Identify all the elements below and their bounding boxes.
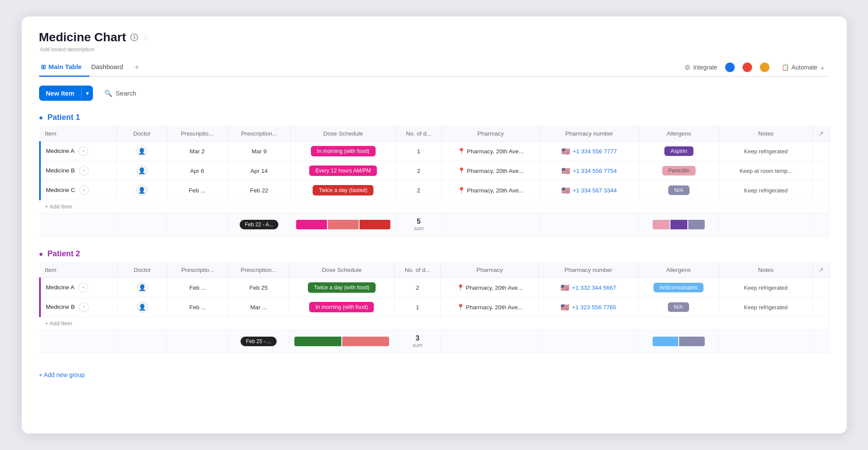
sum-date-cell: Feb 22 - A...	[228, 213, 290, 236]
allergen-badge[interactable]: N/A	[668, 185, 690, 195]
cell-presc1[interactable]: Feb ...	[167, 298, 228, 317]
group1-chevron-icon[interactable]: ●	[39, 114, 43, 122]
phone-number[interactable]: +1 334 556 7777	[573, 148, 617, 155]
location-icon: 📍	[458, 187, 465, 194]
cell-item: Medicine B +	[40, 298, 118, 317]
notes-text[interactable]: Keep refrigerated	[744, 187, 788, 194]
phone-number[interactable]: +1 323 556 7765	[572, 304, 616, 311]
tab-main-table[interactable]: ⊞ Main Table	[39, 59, 89, 77]
add-group-button[interactable]: + Add new group	[39, 366, 829, 378]
person-icon[interactable]: 👤	[136, 146, 148, 157]
cell-nod[interactable]: 1	[394, 298, 441, 317]
add-item-label[interactable]: + Add Item	[40, 317, 829, 330]
integrate-button[interactable]: ⚙ Integrate	[684, 63, 717, 72]
col-dose-1: Dose Schedule	[290, 126, 396, 142]
notes-text[interactable]: Keep refrigerated	[744, 304, 787, 311]
pharmacy-name[interactable]: Pharmacy, 20th Ave...	[467, 187, 524, 194]
cell-dose[interactable]: Twice a day (fasted)	[290, 181, 396, 200]
sum-count-cell: 5 sum	[396, 213, 442, 236]
cell-allergen[interactable]: N/A	[639, 181, 719, 200]
cell-presc2[interactable]: Mar ...	[228, 298, 289, 317]
dose-badge[interactable]: In morning (with food)	[309, 302, 374, 312]
add-item-label[interactable]: + Add Item	[40, 200, 829, 213]
tab-add-button[interactable]: +	[131, 59, 143, 76]
allergen-badge[interactable]: Anticonvulsants	[653, 283, 704, 292]
cell-pharmacy: 📍 Pharmacy, 20th Ave...	[441, 278, 539, 298]
cell-dose[interactable]: In morning (with food)	[289, 298, 394, 317]
expand-icon-1[interactable]: ↗	[818, 130, 824, 137]
sum-cell-empty1	[40, 330, 118, 353]
notes-text[interactable]: Keep refrigerated	[744, 285, 787, 291]
info-icon[interactable]: ℹ	[130, 33, 138, 41]
group1-table: Item Doctor Prescriptio... Prescription.…	[39, 126, 829, 236]
search-button[interactable]: 🔍 Search	[98, 86, 142, 101]
allergen-badge[interactable]: N/A	[668, 302, 689, 312]
cell-nod[interactable]: 1	[396, 142, 442, 161]
pharmacy-name[interactable]: Pharmacy, 20th Ave...	[466, 304, 523, 311]
cell-dose[interactable]: Twice a day (with food)	[289, 278, 394, 298]
cell-presc1[interactable]: Apr 6	[167, 161, 228, 181]
add-person-icon[interactable]: +	[79, 185, 89, 195]
allergen-summary-bar	[653, 337, 705, 346]
add-person-icon[interactable]: +	[79, 166, 89, 175]
cell-dose[interactable]: In morning (with food)	[290, 142, 396, 161]
new-item-chevron-icon[interactable]: ▾	[81, 86, 93, 100]
notes-text[interactable]: Keep refrigerated	[744, 148, 788, 155]
person-icon[interactable]: 👤	[137, 282, 148, 293]
cell-presc2[interactable]: Apr 14	[228, 161, 290, 181]
pharmacy-name[interactable]: Pharmacy, 20th Ave...	[467, 168, 524, 174]
cell-allergen[interactable]: N/A	[638, 298, 719, 317]
cell-nod[interactable]: 2	[396, 181, 442, 200]
new-item-button[interactable]: New Item ▾	[39, 86, 93, 101]
cell-nod[interactable]: 2	[396, 161, 442, 181]
allergen-bar-segment	[679, 337, 705, 346]
add-item-row[interactable]: + Add Item	[40, 317, 829, 330]
add-person-icon[interactable]: +	[79, 146, 88, 156]
col-nod-1: No. of d...	[396, 126, 442, 142]
add-person-icon[interactable]: +	[79, 283, 88, 292]
allergen-badge[interactable]: Aspirin	[664, 146, 693, 156]
cell-notes: Keep refrigerated	[719, 142, 813, 161]
cell-presc1[interactable]: Feb ...	[167, 278, 228, 298]
pharmacy-name[interactable]: Pharmacy, 20th Ave...	[466, 285, 523, 291]
dose-badge[interactable]: Every 12 hours AM/PM	[309, 165, 377, 176]
automate-button[interactable]: 📋 Automate ▲	[777, 61, 829, 73]
cell-nod[interactable]: 2	[394, 278, 441, 298]
add-person-icon[interactable]: +	[79, 302, 89, 312]
new-item-label: New Item	[39, 86, 82, 101]
dose-badge[interactable]: In morning (with food)	[311, 146, 376, 156]
person-icon[interactable]: 👤	[137, 301, 148, 313]
group2-chevron-icon[interactable]: ●	[39, 250, 43, 258]
star-icon[interactable]: ☆	[142, 33, 149, 42]
add-item-row[interactable]: + Add Item	[40, 200, 829, 213]
cell-dose[interactable]: Every 12 hours AM/PM	[290, 161, 396, 181]
dose-badge[interactable]: Twice a day (fasted)	[313, 185, 373, 195]
cell-presc2[interactable]: Mar 9	[228, 142, 290, 161]
flag-icon: 🇺🇸	[561, 147, 570, 156]
group2-table: Item Doctor Prescriptio... Prescription.…	[39, 262, 829, 353]
person-icon[interactable]: 👤	[136, 185, 148, 196]
cell-presc2[interactable]: Feb 22	[228, 181, 290, 200]
cell-presc1[interactable]: Mar 2	[167, 142, 228, 161]
dose-badge[interactable]: Twice a day (with food)	[308, 282, 376, 293]
tab-dashboard[interactable]: Dashboard	[89, 59, 131, 77]
notes-text[interactable]: Keep at room temp...	[739, 168, 792, 174]
cell-presc1[interactable]: Feb ...	[167, 181, 228, 200]
phone-number[interactable]: +1 332 344 5667	[572, 285, 616, 291]
phone-number[interactable]: +1 334 567 3344	[573, 187, 617, 194]
phone-number[interactable]: +1 334 556 7754	[573, 168, 617, 174]
allergen-bar-segment	[653, 220, 670, 229]
person-icon[interactable]: 👤	[136, 165, 148, 176]
search-label: Search	[116, 89, 136, 97]
expand-icon-2[interactable]: ↗	[818, 266, 824, 273]
cell-allergen[interactable]: Aspirin	[639, 142, 719, 161]
col-notes-2: Notes	[719, 262, 813, 278]
sum-cell-empty5	[539, 213, 639, 236]
cell-presc2[interactable]: Feb 25	[228, 278, 289, 298]
cell-allergen[interactable]: Anticonvulsants	[638, 278, 719, 298]
automate-icon: 📋	[782, 64, 789, 71]
col-presc2-2: Prescription...	[228, 262, 289, 278]
cell-allergen[interactable]: Penicillin	[639, 161, 719, 181]
allergen-badge[interactable]: Penicillin	[662, 166, 696, 175]
pharmacy-name[interactable]: Pharmacy, 20th Ave...	[467, 148, 524, 155]
